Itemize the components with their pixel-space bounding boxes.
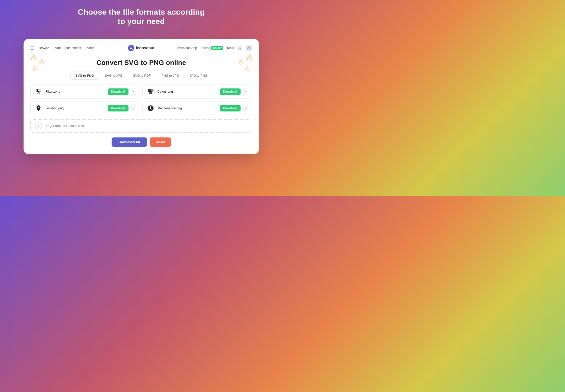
maintenance-download-btn[interactable]: Download <box>220 105 240 112</box>
tab-svg-to-jpg[interactable]: SVG to JPG <box>100 71 127 80</box>
nav-right: Download App Pricing 80% OFF Tools 🛒 <box>177 45 252 51</box>
filters-remove-btn[interactable]: ✕ <box>131 89 136 94</box>
svg-point-9 <box>38 107 39 108</box>
reset-button[interactable]: Reset <box>150 138 171 147</box>
add-icon: + <box>35 123 42 129</box>
tab-jpg-to-png[interactable]: JPG to PNG <box>185 71 212 80</box>
nav-logo[interactable]: iconscout <box>128 45 154 51</box>
svg-point-11 <box>150 108 151 109</box>
logo-text: iconscout <box>136 46 154 50</box>
header-line2: to your need <box>78 17 205 26</box>
svg-point-3 <box>37 89 38 90</box>
navbar: Browse Icons Illustrations Photos iconsc… <box>30 45 252 55</box>
nav-illustrations-link[interactable]: Illustrations <box>65 46 81 50</box>
download-app-link[interactable]: Download App <box>177 46 197 50</box>
cart-icon[interactable]: 🛒 <box>237 46 242 50</box>
maintenance-remove-btn[interactable]: ✕ <box>243 106 248 111</box>
svg-line-1 <box>132 49 133 49</box>
colors-file-name: Colors.png <box>157 90 217 93</box>
flame-icon-3: 🔥 <box>32 66 38 72</box>
page-header: Choose the file formats according to you… <box>78 7 205 33</box>
tab-svg-to-png[interactable]: SVG to PNG <box>70 71 99 80</box>
file-item-maintenance: Maintenance.png Download ✕ <box>142 101 252 115</box>
tab-svg-to-pdf[interactable]: SVG to PDF <box>128 71 156 80</box>
location-remove-btn[interactable]: ✕ <box>131 106 136 111</box>
avatar[interactable] <box>246 45 252 51</box>
colors-remove-btn[interactable]: ✕ <box>243 89 248 94</box>
nav-links: Icons Illustrations Photos <box>54 46 94 50</box>
filters-download-btn[interactable]: Download <box>108 88 129 95</box>
maintenance-file-icon <box>146 104 155 113</box>
location-file-icon <box>34 104 43 113</box>
colors-file-icon <box>146 87 155 96</box>
menu-icon[interactable] <box>30 47 34 49</box>
svg-point-4 <box>39 91 40 92</box>
svg-point-5 <box>38 93 39 94</box>
location-file-name: Location.png <box>45 106 105 110</box>
main-card: 🔥 🔥 🔥 🔥 🔥 🔥 Browse Icons Illustrations P… <box>24 39 259 154</box>
drop-zone[interactable]: + Drag & drop or Choose files <box>30 119 252 133</box>
action-buttons: Download All Reset <box>30 138 252 147</box>
file-item-colors: Colors.png Download ✕ <box>142 84 252 99</box>
nav-icons-link[interactable]: Icons <box>54 46 61 50</box>
format-tabs: SVG to PNG SVG to JPG SVG to PDF PNG to … <box>30 71 252 80</box>
nav-browse-label[interactable]: Browse <box>39 46 49 50</box>
download-all-button[interactable]: Download All <box>112 138 147 147</box>
nav-left: Browse Icons Illustrations Photos <box>30 46 94 50</box>
logo-icon <box>128 45 134 51</box>
drop-zone-text: Drag & drop or Choose files <box>45 124 84 128</box>
filters-file-name: Filters.png <box>45 90 105 93</box>
filters-file-icon <box>34 87 43 96</box>
page-title: Convert SVG to PNG online <box>30 59 252 67</box>
location-download-btn[interactable]: Download <box>108 105 129 112</box>
colors-download-btn[interactable]: Download <box>220 88 240 95</box>
tab-png-to-jpg[interactable]: PNG to JPG <box>156 71 184 80</box>
nav-photos-link[interactable]: Photos <box>84 46 94 50</box>
maintenance-file-name: Maintenance.png <box>157 106 217 110</box>
file-item-location: Location.png Download ✕ <box>30 101 140 115</box>
file-grid: Filters.png Download ✕ Colors.png Downlo… <box>30 84 252 115</box>
svg-point-8 <box>149 91 152 94</box>
off-badge: 80% OFF <box>211 46 223 50</box>
tools-link[interactable]: Tools <box>227 46 234 50</box>
pricing-link[interactable]: Pricing <box>200 46 210 50</box>
file-item-filters: Filters.png Download ✕ <box>30 84 140 99</box>
flame-icon-6: 🔥 <box>244 66 250 72</box>
header-line1: Choose the file formats according <box>78 7 205 17</box>
pricing-badge[interactable]: Pricing 80% OFF <box>200 46 223 50</box>
